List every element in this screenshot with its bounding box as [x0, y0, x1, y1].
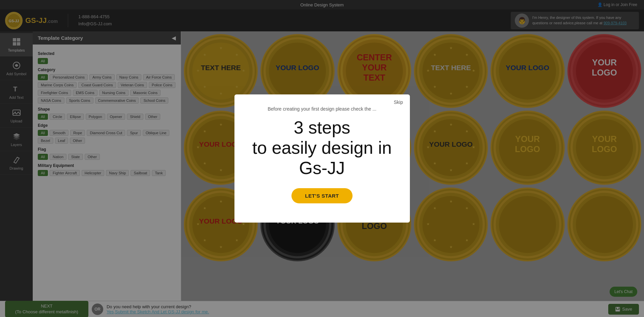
- modal-box: Skip Before creating your first design p…: [234, 94, 410, 223]
- modal-subtitle: Before creating your first design please…: [268, 106, 376, 112]
- modal-title: 3 stepsto easily design inGs-JJ: [252, 118, 392, 178]
- modal-overlay: Skip Before creating your first design p…: [0, 0, 644, 317]
- modal-skip-button[interactable]: Skip: [394, 99, 403, 105]
- modal-cta-button[interactable]: LET'S START: [291, 188, 352, 203]
